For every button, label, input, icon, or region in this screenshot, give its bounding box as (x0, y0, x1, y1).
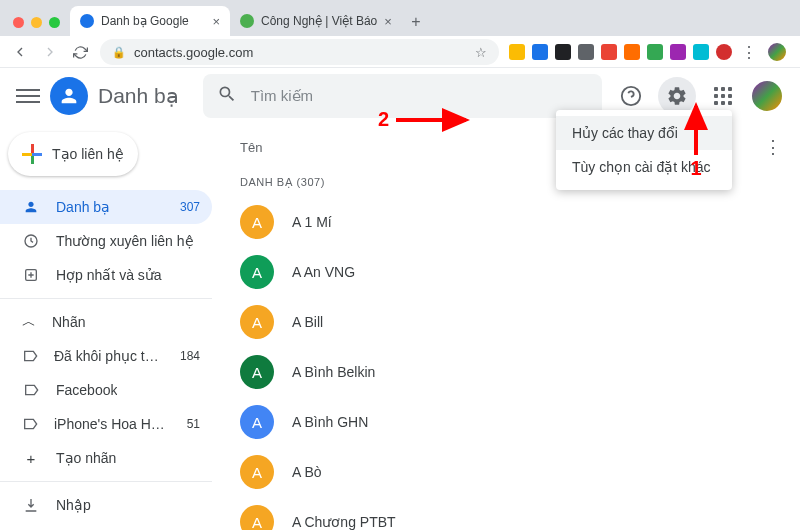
contact-row[interactable]: AA Bò (222, 447, 790, 497)
contact-row[interactable]: AA Chương PTBT (222, 497, 790, 530)
sidebar-item-label: Nhập (56, 497, 91, 513)
contact-avatar: A (240, 205, 274, 239)
contact-name: A An VNG (292, 264, 355, 280)
divider (0, 481, 212, 482)
sidebar-item-contacts[interactable]: Danh bạ 307 (0, 190, 212, 224)
create-contact-button[interactable]: Tạo liên hệ (8, 132, 138, 176)
app-logo (50, 77, 88, 115)
contact-avatar: A (240, 455, 274, 489)
menu-item-more-settings[interactable]: Tùy chọn cài đặt khác (556, 150, 732, 184)
extension-icon[interactable] (578, 44, 594, 60)
sidebar-item-merge[interactable]: Hợp nhất và sửa (0, 258, 212, 292)
main-menu-button[interactable] (16, 84, 40, 108)
url-input[interactable]: 🔒 contacts.google.com ☆ (100, 39, 499, 65)
sidebar-label-item[interactable]: Facebook (0, 373, 212, 407)
sidebar-item-label: Hợp nhất và sửa (56, 267, 162, 283)
sidebar-import[interactable]: Nhập (0, 488, 212, 522)
extension-icon[interactable] (601, 44, 617, 60)
star-icon[interactable]: ☆ (475, 45, 487, 60)
contact-row[interactable]: AA An VNG (222, 247, 790, 297)
reload-button[interactable] (70, 42, 90, 62)
sidebar-item-label: Facebook (56, 382, 117, 398)
browser-tab[interactable]: Công Nghệ | Việt Báo × (230, 6, 402, 36)
minimize-window-icon[interactable] (31, 17, 42, 28)
search-input[interactable]: Tìm kiếm (203, 74, 602, 118)
label-icon (22, 382, 40, 398)
contact-avatar: A (240, 405, 274, 439)
contact-avatar: A (240, 505, 274, 530)
more-menu-button[interactable]: ⋮ (764, 136, 782, 158)
contact-name: A Bình Belkin (292, 364, 375, 380)
extension-icon[interactable] (670, 44, 686, 60)
lock-icon: 🔒 (112, 46, 126, 59)
extension-icon[interactable] (716, 44, 732, 60)
tab-bar: Danh bạ Google × Công Nghệ | Việt Báo × … (0, 0, 800, 36)
sidebar-label-item[interactable]: Đã khôi phục từ Xia... 184 (0, 339, 212, 373)
plus-icon: + (22, 450, 40, 467)
sidebar-item-frequent[interactable]: Thường xuyên liên hệ (0, 224, 212, 258)
person-icon (22, 199, 40, 215)
contact-avatar: A (240, 255, 274, 289)
sidebar: Tạo liên hệ Danh bạ 307 Thường xuyên liê… (0, 124, 212, 530)
sidebar-label-item[interactable]: iPhone's Hoa Hoa Hoa 51 (0, 407, 212, 441)
url-text: contacts.google.com (134, 45, 253, 60)
browser-chrome: Danh bạ Google × Công Nghệ | Việt Báo × … (0, 0, 800, 68)
column-header-name: Tên (240, 140, 262, 155)
extension-icon[interactable] (555, 44, 571, 60)
sidebar-item-label: iPhone's Hoa Hoa Hoa (54, 416, 171, 432)
contact-row[interactable]: AA 1 Mí (222, 197, 790, 247)
address-bar: 🔒 contacts.google.com ☆ ⋮ (0, 36, 800, 68)
contact-name: A Bill (292, 314, 323, 330)
new-tab-button[interactable]: + (402, 8, 430, 36)
window-controls[interactable] (8, 17, 70, 36)
back-button[interactable] (10, 42, 30, 62)
contact-avatar: A (240, 355, 274, 389)
tab-title: Công Nghệ | Việt Báo (261, 14, 377, 28)
account-avatar[interactable] (750, 79, 784, 113)
import-icon (22, 497, 40, 513)
contact-name: A Bình GHN (292, 414, 368, 430)
menu-item-undo-changes[interactable]: Hủy các thay đổi (556, 116, 732, 150)
divider (0, 298, 212, 299)
profile-avatar[interactable] (766, 41, 788, 63)
contact-name: A Chương PTBT (292, 514, 396, 530)
search-placeholder: Tìm kiếm (251, 87, 313, 105)
favicon-icon (80, 14, 94, 28)
sidebar-item-label: Tạo nhãn (56, 450, 116, 466)
contact-name: A 1 Mí (292, 214, 332, 230)
sidebar-item-count: 307 (180, 200, 200, 214)
label-icon (22, 348, 38, 364)
extension-icon[interactable] (624, 44, 640, 60)
search-icon (217, 84, 237, 108)
extensions-area: ⋮ (509, 41, 790, 63)
browser-tab[interactable]: Danh bạ Google × (70, 6, 230, 36)
sidebar-export[interactable]: Xuất (0, 522, 212, 530)
contact-avatar: A (240, 305, 274, 339)
maximize-window-icon[interactable] (49, 17, 60, 28)
close-tab-icon[interactable]: × (384, 14, 392, 29)
extension-icon[interactable] (532, 44, 548, 60)
settings-menu: Hủy các thay đổi Tùy chọn cài đặt khác (556, 110, 732, 190)
contact-row[interactable]: AA Bình GHN (222, 397, 790, 447)
contact-name: A Bò (292, 464, 322, 480)
sidebar-labels-header[interactable]: ︿ Nhãn (0, 305, 212, 339)
favicon-icon (240, 14, 254, 28)
close-tab-icon[interactable]: × (212, 14, 220, 29)
label-icon (22, 416, 38, 432)
contact-row[interactable]: AA Bill (222, 297, 790, 347)
contact-row[interactable]: AA Bình Belkin (222, 347, 790, 397)
extension-icon[interactable] (647, 44, 663, 60)
tab-title: Danh bạ Google (101, 14, 205, 28)
browser-menu-button[interactable]: ⋮ (739, 42, 759, 62)
sidebar-item-count: 184 (180, 349, 200, 363)
chevron-up-icon: ︿ (22, 313, 36, 331)
forward-button[interactable] (40, 42, 60, 62)
sidebar-item-label: Thường xuyên liên hệ (56, 233, 194, 249)
sidebar-item-label: Danh bạ (56, 199, 110, 215)
app-title: Danh bạ (98, 84, 179, 108)
extension-icon[interactable] (509, 44, 525, 60)
extension-icon[interactable] (693, 44, 709, 60)
contact-list: AA 1 MíAA An VNGAA BillAA Bình BelkinAA … (222, 197, 790, 530)
close-window-icon[interactable] (13, 17, 24, 28)
sidebar-create-label[interactable]: + Tạo nhãn (0, 441, 212, 475)
